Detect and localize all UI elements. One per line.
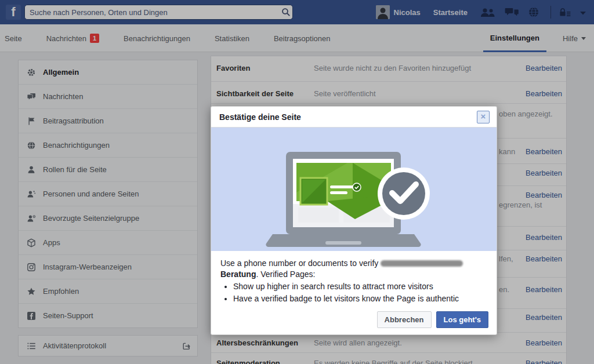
benefit-item: Have a verified badge to let visitors kn… [233,293,487,304]
dialog-title: Bestätige deine Seite [219,112,477,122]
verify-page-dialog: Bestätige deine Seite × [211,106,497,335]
redacted-page-name [381,260,463,267]
benefit-item: Show up higher in search results to attr… [233,281,487,292]
close-icon[interactable]: × [477,111,490,123]
get-started-button[interactable]: Los geht's [436,311,489,328]
cancel-button[interactable]: Abbrechen [377,311,432,328]
dialog-text-bold: Beratung [220,270,256,279]
dialog-footer: Abbrechen Los geht's [211,304,497,334]
dialog-body: Use a phone number or documents to verif… [211,251,497,304]
dialog-text: Use a phone number or documents to verif… [220,259,381,268]
dialog-text: . Verified Pages: [256,270,315,279]
facebook-page-settings-screen: f Nicolas Startseite [0,0,594,364]
dialog-header: Bestätige deine Seite × [211,107,497,128]
verify-page-illustration [211,128,497,251]
benefits-list: Show up higher in search results to attr… [220,281,487,304]
